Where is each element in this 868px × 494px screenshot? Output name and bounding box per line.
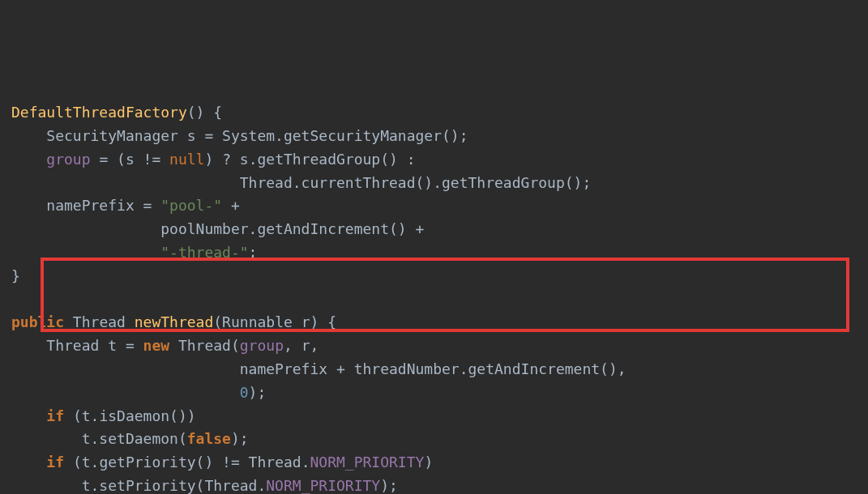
constant: NORM_PRIORITY (310, 454, 424, 471)
if-keyword: if (46, 454, 64, 471)
text: ; (249, 244, 258, 261)
text: ); (249, 384, 267, 401)
text: ) (424, 454, 433, 471)
text: ); (231, 430, 249, 447)
code-block: DefaultThreadFactory() { SecurityManager… (11, 101, 857, 494)
text: Thread t = (11, 337, 143, 354)
field: group (46, 151, 90, 168)
text: ); (380, 477, 398, 494)
new-keyword: new (143, 337, 170, 354)
string-literal: "pool-" (160, 197, 222, 214)
text: ) ? s.getThreadGroup() : (204, 151, 415, 168)
text: Thread( (169, 337, 240, 354)
text: (t.getPriority() != Thread. (64, 454, 310, 471)
text: t.setPriority(Thread. (11, 477, 266, 494)
indent (11, 151, 46, 168)
brace: } (11, 267, 20, 284)
text: namePrefix = (11, 197, 160, 214)
number-literal: 0 (240, 384, 249, 401)
null-keyword: null (169, 151, 204, 168)
text: () { (187, 104, 222, 121)
indent (11, 244, 160, 261)
indent (11, 454, 46, 471)
code-line: poolNumber.getAndIncrement() + (11, 220, 424, 237)
text: t.setDaemon( (11, 430, 187, 447)
code-line: Thread.currentThread().getThreadGroup(); (11, 174, 591, 191)
text: = (s != (91, 151, 170, 168)
false-keyword: false (187, 430, 231, 447)
field: group (240, 337, 284, 354)
indent (11, 384, 240, 401)
public-keyword: public (11, 313, 64, 330)
text: , r, (284, 337, 319, 354)
text: Thread (64, 313, 135, 330)
method-name: DefaultThreadFactory (11, 104, 187, 121)
code-line: SecurityManager s = System.getSecurityMa… (11, 127, 468, 144)
method-name: newThread (135, 313, 214, 330)
text: (t.isDaemon()) (64, 407, 196, 424)
indent (11, 407, 46, 424)
text: (Runnable r) { (213, 313, 336, 330)
string-literal: "-thread-" (160, 244, 248, 261)
if-keyword: if (46, 407, 64, 424)
text: + (222, 197, 240, 214)
constant: NORM_PRIORITY (266, 477, 380, 494)
code-line: namePrefix + threadNumber.getAndIncremen… (11, 360, 626, 377)
